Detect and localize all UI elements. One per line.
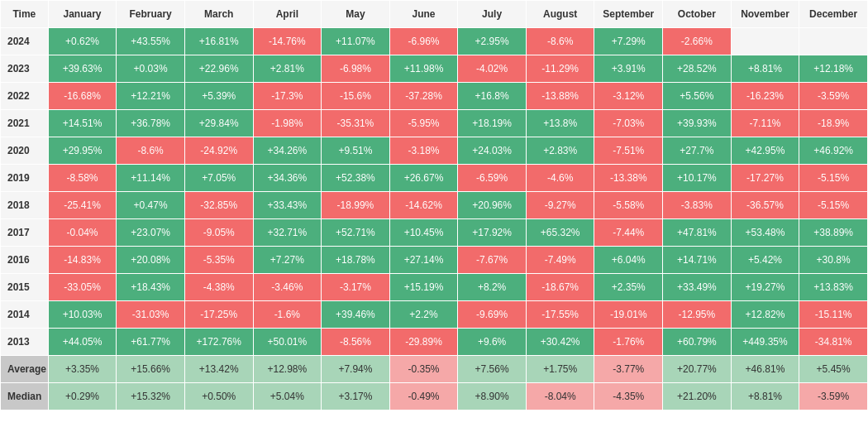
cell-2021-January: +14.51% — [48, 110, 117, 137]
cell-2024-July: +2.95% — [458, 28, 527, 55]
average-cell-September: -3.77% — [594, 356, 663, 383]
cell-2017-December: +38.89% — [799, 219, 868, 247]
cell-2019-April: +34.36% — [253, 165, 322, 192]
cell-2015-February: +18.43% — [117, 274, 185, 301]
median-cell-December: -3.59% — [799, 383, 868, 410]
cell-2018-March: -32.85% — [184, 192, 253, 219]
cell-2023-February: +0.03% — [117, 55, 185, 83]
average-cell-April: +12.98% — [253, 356, 322, 383]
year-label: 2015 — [1, 274, 49, 301]
cell-2020-September: -7.51% — [594, 137, 663, 165]
month-header-june: June — [389, 1, 458, 28]
cell-2016-September: +6.04% — [594, 247, 663, 274]
cell-2018-July: +20.96% — [458, 192, 527, 219]
cell-2013-September: -1.76% — [594, 329, 663, 356]
cell-2023-April: +2.81% — [253, 55, 322, 83]
cell-2018-April: +33.43% — [253, 192, 322, 219]
cell-2024-April: -14.76% — [253, 28, 322, 55]
cell-2023-May: -6.98% — [322, 55, 390, 83]
cell-2024-December — [799, 28, 868, 55]
cell-2019-December: -5.15% — [799, 165, 868, 192]
cell-2015-April: -3.46% — [253, 274, 322, 301]
cell-2024-September: +7.29% — [594, 28, 663, 55]
cell-2022-October: +5.56% — [663, 83, 732, 110]
table-body: 2024+0.62%+43.55%+16.81%-14.76%+11.07%-6… — [1, 28, 868, 356]
data-row-2015: 2015-33.05%+18.43%-4.38%-3.46%-3.17%+15.… — [1, 274, 868, 301]
cell-2024-March: +16.81% — [184, 28, 253, 55]
median-cell-August: -8.04% — [526, 383, 594, 410]
cell-2016-May: +18.78% — [322, 247, 390, 274]
cell-2022-June: -37.28% — [389, 83, 458, 110]
cell-2014-August: -17.55% — [526, 301, 594, 329]
average-cell-March: +13.42% — [184, 356, 253, 383]
average-cell-December: +5.45% — [799, 356, 868, 383]
cell-2016-February: +20.08% — [117, 247, 185, 274]
year-label: 2014 — [1, 301, 49, 329]
cell-2016-March: -5.35% — [184, 247, 253, 274]
cell-2022-February: +12.21% — [117, 83, 185, 110]
cell-2014-September: -19.01% — [594, 301, 663, 329]
cell-2022-January: -16.68% — [48, 83, 117, 110]
median-cell-May: +3.17% — [322, 383, 390, 410]
cell-2021-February: +36.78% — [117, 110, 185, 137]
median-cell-November: +8.81% — [731, 383, 799, 410]
month-header-november: November — [731, 1, 799, 28]
cell-2022-September: -3.12% — [594, 83, 663, 110]
cell-2013-March: +172.76% — [184, 329, 253, 356]
cell-2019-July: -6.59% — [458, 165, 527, 192]
median-cell-June: -0.49% — [389, 383, 458, 410]
cell-2021-December: -18.9% — [799, 110, 868, 137]
cell-2020-June: -3.18% — [389, 137, 458, 165]
data-row-2020: 2020+29.95%-8.6%-24.92%+34.26%+9.51%-3.1… — [1, 137, 868, 165]
month-header-august: August — [526, 1, 594, 28]
cell-2023-September: +3.91% — [594, 55, 663, 83]
cell-2014-April: -1.6% — [253, 301, 322, 329]
cell-2013-August: +30.42% — [526, 329, 594, 356]
median-cell-February: +15.32% — [117, 383, 185, 410]
cell-2024-May: +11.07% — [322, 28, 390, 55]
data-row-2014: 2014+10.03%-31.03%-17.25%-1.6%+39.46%+2.… — [1, 301, 868, 329]
average-label: Average — [1, 356, 49, 383]
cell-2013-November: +449.35% — [731, 329, 799, 356]
cell-2015-November: +19.27% — [731, 274, 799, 301]
cell-2014-December: -15.11% — [799, 301, 868, 329]
cell-2024-August: -8.6% — [526, 28, 594, 55]
year-label: 2013 — [1, 329, 49, 356]
cell-2017-May: +52.71% — [322, 219, 390, 247]
year-label: 2018 — [1, 192, 49, 219]
median-label: Median — [1, 383, 49, 410]
cell-2014-November: +12.82% — [731, 301, 799, 329]
cell-2022-March: +5.39% — [184, 83, 253, 110]
year-label: 2016 — [1, 247, 49, 274]
cell-2016-April: +7.27% — [253, 247, 322, 274]
cell-2022-December: -3.59% — [799, 83, 868, 110]
cell-2023-August: -11.29% — [526, 55, 594, 83]
cell-2020-October: +27.7% — [663, 137, 732, 165]
data-row-2017: 2017-0.04%+23.07%-9.05%+32.71%+52.71%+10… — [1, 219, 868, 247]
data-row-2013: 2013+44.05%+61.77%+172.76%+50.01%-8.56%-… — [1, 329, 868, 356]
cell-2018-September: -5.58% — [594, 192, 663, 219]
cell-2013-April: +50.01% — [253, 329, 322, 356]
month-header-july: July — [458, 1, 527, 28]
cell-2014-May: +39.46% — [322, 301, 390, 329]
performance-table: TimeJanuaryFebruaryMarchAprilMayJuneJuly… — [0, 0, 868, 410]
cell-2022-April: -17.3% — [253, 83, 322, 110]
cell-2013-May: -8.56% — [322, 329, 390, 356]
year-label: 2017 — [1, 219, 49, 247]
cell-2022-July: +16.8% — [458, 83, 527, 110]
cell-2019-March: +7.05% — [184, 165, 253, 192]
cell-2020-December: +46.92% — [799, 137, 868, 165]
year-label: 2024 — [1, 28, 49, 55]
cell-2018-January: -25.41% — [48, 192, 117, 219]
cell-2018-May: -18.99% — [322, 192, 390, 219]
data-row-2021: 2021+14.51%+36.78%+29.84%-1.98%-35.31%-5… — [1, 110, 868, 137]
average-row: Average+3.35%+15.66%+13.42%+12.98%+7.94%… — [1, 356, 868, 383]
cell-2021-September: -7.03% — [594, 110, 663, 137]
average-cell-May: +7.94% — [322, 356, 390, 383]
cell-2013-July: +9.6% — [458, 329, 527, 356]
median-cell-January: +0.29% — [48, 383, 117, 410]
cell-2015-October: +33.49% — [663, 274, 732, 301]
cell-2017-January: -0.04% — [48, 219, 117, 247]
cell-2016-January: -14.83% — [48, 247, 117, 274]
cell-2013-October: +60.79% — [663, 329, 732, 356]
